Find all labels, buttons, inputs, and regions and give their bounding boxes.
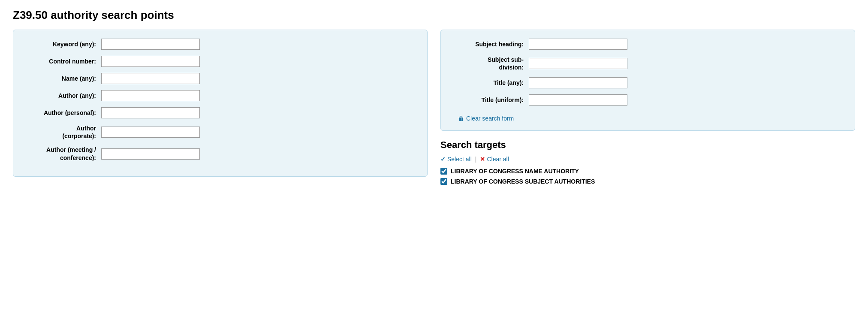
page-title: Z39.50 authority search points xyxy=(13,9,855,22)
select-all-link[interactable]: ✓ Select all xyxy=(440,156,472,163)
target-loc-name: LIBRARY OF CONGRESS NAME AUTHORITY xyxy=(440,168,855,175)
targets-actions: ✓ Select all | ✕ Clear all xyxy=(440,156,855,163)
subject-subdivision-label: Subject sub- division: xyxy=(454,56,529,71)
subject-heading-input[interactable] xyxy=(529,39,627,50)
left-panel: Keyword (any): Control number: Name (any… xyxy=(13,30,428,177)
name-any-label: Name (any): xyxy=(26,75,101,82)
target-loc-name-label: LIBRARY OF CONGRESS NAME AUTHORITY xyxy=(451,168,579,175)
author-any-label: Author (any): xyxy=(26,92,101,100)
subject-subdivision-row: Subject sub- division: xyxy=(454,56,842,71)
keyword-label: Keyword (any): xyxy=(26,40,101,48)
keyword-row: Keyword (any): xyxy=(26,39,414,50)
clear-all-link[interactable]: ✕ Clear all xyxy=(480,156,509,163)
x-icon: ✕ xyxy=(480,156,485,163)
control-number-label: Control number: xyxy=(26,57,101,65)
trash-icon: 🗑 xyxy=(458,115,464,122)
separator: | xyxy=(475,156,477,163)
clear-all-label: Clear all xyxy=(487,156,509,163)
main-layout: Keyword (any): Control number: Name (any… xyxy=(13,30,855,188)
author-meeting-label: Author (meeting / conference): xyxy=(26,146,101,161)
select-all-label: Select all xyxy=(447,156,472,163)
clear-search-form-label: Clear search form xyxy=(466,115,514,122)
author-meeting-row: Author (meeting / conference): xyxy=(26,146,414,161)
check-icon: ✓ xyxy=(440,156,446,163)
control-number-input[interactable] xyxy=(101,56,200,67)
search-targets-title: Search targets xyxy=(440,139,855,151)
subject-heading-label: Subject heading: xyxy=(454,40,529,48)
subject-heading-row: Subject heading: xyxy=(454,39,842,50)
author-personal-label: Author (personal): xyxy=(26,109,101,117)
title-uniform-input[interactable] xyxy=(529,94,627,106)
title-any-row: Title (any): xyxy=(454,77,842,88)
author-any-row: Author (any): xyxy=(26,90,414,101)
name-any-input[interactable] xyxy=(101,73,200,84)
target-loc-subject: LIBRARY OF CONGRESS SUBJECT AUTHORITIES xyxy=(440,178,855,185)
author-any-input[interactable] xyxy=(101,90,200,101)
author-corporate-input[interactable] xyxy=(101,127,200,138)
right-search-panel: Subject heading: Subject sub- division: … xyxy=(440,30,855,131)
title-any-input[interactable] xyxy=(529,77,627,88)
target-loc-subject-label: LIBRARY OF CONGRESS SUBJECT AUTHORITIES xyxy=(451,178,595,185)
author-corporate-label: Author (corporate): xyxy=(26,124,101,140)
target-loc-subject-checkbox[interactable] xyxy=(440,178,447,185)
author-personal-row: Author (personal): xyxy=(26,107,414,118)
title-uniform-label: Title (uniform): xyxy=(454,96,529,104)
author-personal-input[interactable] xyxy=(101,107,200,118)
left-search-panel: Keyword (any): Control number: Name (any… xyxy=(13,30,428,177)
control-number-row: Control number: xyxy=(26,56,414,67)
subject-subdivision-input[interactable] xyxy=(529,58,627,69)
keyword-input[interactable] xyxy=(101,39,200,50)
author-meeting-input[interactable] xyxy=(101,148,200,160)
clear-search-form-link[interactable]: 🗑 Clear search form xyxy=(458,115,514,122)
search-targets-section: Search targets ✓ Select all | ✕ Clear al… xyxy=(440,139,855,185)
target-loc-name-checkbox[interactable] xyxy=(440,168,447,175)
title-any-label: Title (any): xyxy=(454,79,529,87)
right-panel-container: Subject heading: Subject sub- division: … xyxy=(440,30,855,188)
name-any-row: Name (any): xyxy=(26,73,414,84)
title-uniform-row: Title (uniform): xyxy=(454,94,842,106)
author-corporate-row: Author (corporate): xyxy=(26,124,414,140)
